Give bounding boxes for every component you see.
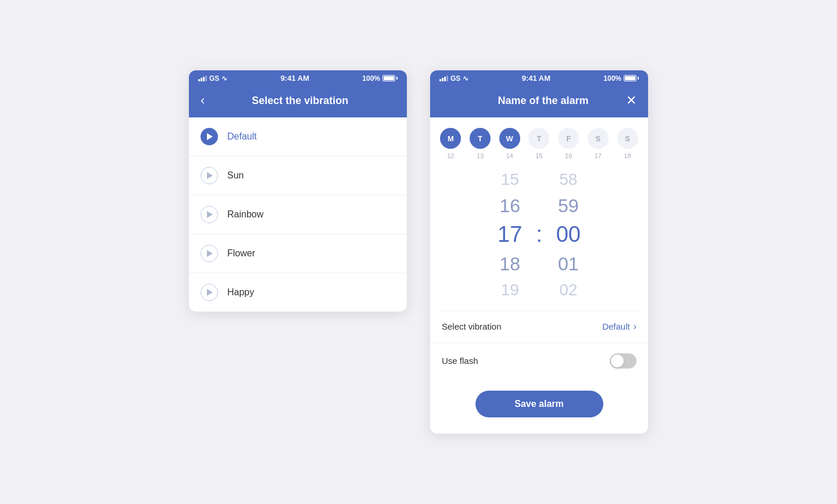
day-item-thu[interactable]: T 15 xyxy=(528,128,549,159)
day-circle-tue[interactable]: T xyxy=(470,128,491,149)
vibration-list: Default Sun Rainbow Flower xyxy=(189,117,407,312)
vibration-setting-label: Select vibration xyxy=(442,321,502,331)
vibration-label-rainbow: Rainbow xyxy=(227,209,263,220)
vibration-label-sun: Sun xyxy=(227,170,244,181)
battery-icon-1 xyxy=(382,75,398,81)
day-item-sun[interactable]: S 18 xyxy=(617,128,638,159)
flash-label: Use flash xyxy=(442,356,478,366)
day-item-wed[interactable]: W 14 xyxy=(499,128,520,159)
hour-18[interactable]: 18 xyxy=(499,250,520,278)
flash-toggle[interactable] xyxy=(610,353,636,369)
play-icon-default xyxy=(207,133,213,140)
play-icon-flower xyxy=(207,250,213,257)
status-left-1: GS ∿ xyxy=(198,74,227,83)
min-00[interactable]: 00 xyxy=(556,220,581,249)
vibration-item-rainbow[interactable]: Rainbow xyxy=(189,195,407,234)
battery-icon-2 xyxy=(624,75,639,81)
carrier-2: GS xyxy=(450,74,460,83)
vibration-screen: GS ∿ 9:41 AM 100% ‹ Select the vibration xyxy=(189,70,407,312)
play-btn-happy[interactable] xyxy=(201,284,218,301)
time-picker: 15 16 17 18 19 : 58 59 00 01 02 xyxy=(430,162,648,310)
day-num-mon: 12 xyxy=(447,152,454,159)
close-button[interactable]: ✕ xyxy=(626,94,636,107)
play-icon-sun xyxy=(207,172,213,179)
chevron-right-icon: › xyxy=(634,321,636,332)
day-circle-wed[interactable]: W xyxy=(499,128,520,149)
day-circle-mon[interactable]: M xyxy=(440,128,461,149)
status-bar-2: GS ∿ 9:41 AM 100% xyxy=(430,70,648,86)
day-circle-sat[interactable]: S xyxy=(588,128,609,149)
play-btn-rainbow[interactable] xyxy=(201,206,218,223)
signal-icon-2 xyxy=(439,76,448,81)
day-item-fri[interactable]: F 16 xyxy=(558,128,579,159)
vibration-label-flower: Flower xyxy=(227,248,255,259)
vibration-setting-value-group: Default › xyxy=(602,321,636,332)
use-flash-row[interactable]: Use flash xyxy=(430,343,648,379)
day-circle-thu[interactable]: T xyxy=(528,128,549,149)
play-btn-sun[interactable] xyxy=(201,167,218,184)
hours-col: 15 16 17 18 19 xyxy=(484,167,536,302)
vibration-item-sun[interactable]: Sun xyxy=(189,156,407,195)
hour-19[interactable]: 19 xyxy=(501,278,519,302)
play-icon-happy xyxy=(207,289,213,296)
save-btn-wrap: Save alarm xyxy=(430,379,648,434)
day-item-tue[interactable]: T 13 xyxy=(470,128,491,159)
screens-container: GS ∿ 9:41 AM 100% ‹ Select the vibration xyxy=(189,70,648,433)
status-right-1: 100% xyxy=(362,74,398,83)
play-btn-default[interactable] xyxy=(201,128,218,145)
status-left-2: GS ∿ xyxy=(439,74,468,83)
min-01[interactable]: 01 xyxy=(558,250,579,278)
hour-16[interactable]: 16 xyxy=(499,192,520,220)
back-button[interactable]: ‹ xyxy=(201,94,205,107)
hour-17[interactable]: 17 xyxy=(498,220,522,249)
time-1: 9:41 AM xyxy=(281,74,309,83)
vibration-header: ‹ Select the vibration xyxy=(189,86,407,117)
time-colon: : xyxy=(536,223,542,245)
status-bar-1: GS ∿ 9:41 AM 100% xyxy=(189,70,407,86)
toggle-knob xyxy=(611,355,624,367)
vibration-title: Select the vibration xyxy=(205,95,395,107)
vibration-item-happy[interactable]: Happy xyxy=(189,273,407,312)
day-num-sun: 18 xyxy=(624,152,631,159)
day-num-wed: 14 xyxy=(506,152,513,159)
day-item-mon[interactable]: M 12 xyxy=(440,128,461,159)
play-icon-rainbow xyxy=(207,211,213,218)
vibration-item-default[interactable]: Default xyxy=(189,117,407,156)
minutes-col: 58 59 00 01 02 xyxy=(542,167,595,302)
day-num-thu: 15 xyxy=(535,152,542,159)
time-2: 9:41 AM xyxy=(522,74,550,83)
day-num-sat: 17 xyxy=(595,152,602,159)
vibration-label-happy: Happy xyxy=(227,287,254,298)
alarm-header: Name of the alarm ✕ xyxy=(430,86,648,117)
carrier-1: GS xyxy=(209,74,219,83)
wifi-icon: ∿ xyxy=(221,74,227,83)
vibration-item-flower[interactable]: Flower xyxy=(189,234,407,273)
day-num-fri: 16 xyxy=(565,152,572,159)
status-right-2: 100% xyxy=(603,74,639,83)
min-02[interactable]: 02 xyxy=(559,278,577,302)
vibration-setting-value: Default xyxy=(602,321,630,331)
alarm-title: Name of the alarm xyxy=(460,95,626,107)
day-circle-fri[interactable]: F xyxy=(558,128,579,149)
wifi-icon-2: ∿ xyxy=(463,74,468,83)
save-alarm-button[interactable]: Save alarm xyxy=(475,391,603,417)
min-59[interactable]: 59 xyxy=(558,192,579,220)
battery-pct-1: 100% xyxy=(362,74,380,83)
play-btn-flower[interactable] xyxy=(201,245,218,262)
hour-15[interactable]: 15 xyxy=(501,167,519,192)
signal-icon xyxy=(198,76,207,81)
min-58[interactable]: 58 xyxy=(559,167,577,192)
day-circle-sun[interactable]: S xyxy=(617,128,638,149)
select-vibration-row[interactable]: Select vibration Default › xyxy=(430,311,648,343)
day-item-sat[interactable]: S 17 xyxy=(588,128,609,159)
days-row: M 12 T 13 W 14 T 15 F 16 S 17 xyxy=(430,117,648,162)
battery-pct-2: 100% xyxy=(603,74,621,83)
day-num-tue: 13 xyxy=(477,152,484,159)
vibration-label-default: Default xyxy=(227,131,257,142)
alarm-screen: GS ∿ 9:41 AM 100% Name of the alarm ✕ M … xyxy=(430,70,648,433)
